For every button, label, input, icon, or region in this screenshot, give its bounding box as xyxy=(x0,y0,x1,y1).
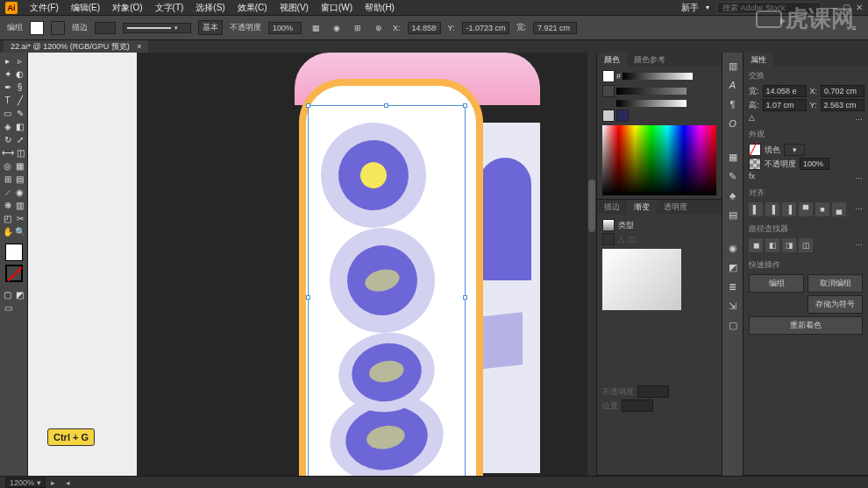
align-left[interactable]: ▌ xyxy=(749,202,763,216)
tab-close-icon[interactable]: × xyxy=(137,42,141,51)
document-tab[interactable]: 22.ai* @ 1200% (RGB/GPU 预览) × xyxy=(4,40,148,53)
ungroup-button[interactable]: 取消编组 xyxy=(808,274,863,293)
recolor-button[interactable]: 重新着色 xyxy=(749,316,863,335)
prop-y-input[interactable] xyxy=(821,99,864,111)
save-symbol-button[interactable]: 存储为符号 xyxy=(808,295,863,314)
asset-export-icon[interactable]: ⇲ xyxy=(725,298,741,314)
scale-tool[interactable]: ⤢ xyxy=(14,133,25,145)
pathfinder-unite[interactable]: ◼ xyxy=(749,238,763,252)
panel-menu-icon[interactable]: ≡ xyxy=(847,21,861,35)
pathfinder-exclude[interactable]: ◫ xyxy=(799,238,813,252)
pathfinder-intersect[interactable]: ◨ xyxy=(782,238,796,252)
width-tool[interactable]: ⟷ xyxy=(2,146,14,159)
prop-opacity-swatch[interactable] xyxy=(749,158,761,170)
gradient-editor[interactable] xyxy=(602,249,681,310)
menu-view[interactable]: 视图(V) xyxy=(280,2,309,14)
menu-window[interactable]: 窗口(W) xyxy=(321,2,352,14)
gradient-tool[interactable]: ▤ xyxy=(14,173,25,185)
search-stock-input[interactable] xyxy=(716,2,822,14)
mesh-tool[interactable]: ⊞ xyxy=(2,173,13,185)
crosshair-icon[interactable]: ⊕ xyxy=(372,21,386,35)
align-hcenter[interactable]: ▐ xyxy=(765,202,779,216)
tab-transparency[interactable]: 透明度 xyxy=(657,200,694,215)
shaper-tool[interactable]: ◈ xyxy=(2,120,13,132)
minimize-icon[interactable]: — xyxy=(829,3,837,12)
align-top[interactable]: ▀ xyxy=(799,202,813,216)
menu-file[interactable]: 文件(F) xyxy=(30,2,59,14)
zoom-tool[interactable]: 🔍 xyxy=(14,225,25,237)
draw-mode-behind[interactable]: ◩ xyxy=(14,288,25,301)
align-icon[interactable]: ⊞ xyxy=(351,21,365,35)
hue-slider[interactable] xyxy=(623,73,693,80)
w-input[interactable] xyxy=(533,22,577,34)
fill-swatch[interactable] xyxy=(30,21,44,35)
brushes-icon[interactable]: ✎ xyxy=(725,168,741,184)
links-icon[interactable]: ▦ xyxy=(725,149,741,165)
y-input[interactable] xyxy=(462,22,509,34)
prop-fill-swatch[interactable]: ╱ xyxy=(749,144,761,156)
menu-select[interactable]: 选择(S) xyxy=(196,2,224,14)
graph-tool[interactable]: ▥ xyxy=(14,199,25,211)
screen-mode[interactable]: ▭ xyxy=(2,301,14,314)
opacity-input[interactable] xyxy=(268,22,302,34)
prop-w-input[interactable] xyxy=(763,85,807,97)
close-icon[interactable]: ✕ xyxy=(856,3,863,12)
magic-wand-tool[interactable]: ✦ xyxy=(2,67,13,80)
stroke-color-swatch[interactable] xyxy=(5,265,23,282)
prop-opacity-input[interactable] xyxy=(800,158,829,170)
workspace-label[interactable]: 新手 xyxy=(681,2,699,14)
align-bottom[interactable]: ▄ xyxy=(832,202,846,216)
rotate-tool[interactable]: ↻ xyxy=(2,133,13,145)
fx-icon[interactable]: fx xyxy=(749,172,755,180)
maximize-icon[interactable]: ▢ xyxy=(843,3,850,12)
color-stroke-swatch[interactable] xyxy=(602,85,615,97)
x-input[interactable] xyxy=(408,22,441,34)
gradient-preview[interactable] xyxy=(602,219,615,231)
prop-x-input[interactable] xyxy=(821,85,864,97)
align-right[interactable]: ▐ xyxy=(782,202,796,216)
menu-object[interactable]: 对象(O) xyxy=(112,2,142,14)
type-tool[interactable]: T xyxy=(2,94,13,106)
gradient-stroke-swatch[interactable] xyxy=(602,233,615,245)
prop-h-input[interactable] xyxy=(763,99,807,111)
last-color-swatch[interactable] xyxy=(616,110,629,122)
curvature-tool[interactable]: § xyxy=(14,81,25,93)
stop-opacity-input[interactable] xyxy=(637,385,669,398)
tab-properties[interactable]: 属性 xyxy=(743,53,773,67)
tab-color[interactable]: 颜色 xyxy=(597,53,627,67)
libraries-icon[interactable]: ▥ xyxy=(725,58,741,74)
blend-tool[interactable]: ◉ xyxy=(14,186,25,198)
menu-type[interactable]: 文字(T) xyxy=(155,2,184,14)
tab-stroke[interactable]: 描边 xyxy=(597,200,627,215)
color-fill-swatch[interactable] xyxy=(602,70,615,82)
group-button[interactable]: 编组 xyxy=(749,274,804,293)
slice-tool[interactable]: ✂ xyxy=(14,212,25,224)
style-dropdown[interactable]: 基本 xyxy=(198,20,223,35)
sat-slider[interactable] xyxy=(616,88,687,95)
shape-builder-tool[interactable]: ◎ xyxy=(2,159,13,172)
menu-help[interactable]: 帮助(H) xyxy=(365,2,395,14)
tab-gradient[interactable]: 渐变 xyxy=(627,200,657,215)
selection-tool[interactable]: ▸ xyxy=(2,54,13,67)
pathfinder-minus[interactable]: ◧ xyxy=(765,238,779,252)
align-vcenter[interactable]: ■ xyxy=(815,202,829,216)
line-tool[interactable]: ╱ xyxy=(14,94,25,106)
none-swatch[interactable] xyxy=(602,110,615,122)
symbol-sprayer-tool[interactable]: ❋ xyxy=(2,199,13,211)
paintbrush-tool[interactable]: ✎ xyxy=(14,107,25,119)
canvas[interactable] xyxy=(28,53,596,476)
vertical-scrollbar[interactable] xyxy=(587,53,596,476)
free-transform-tool[interactable]: ◫ xyxy=(15,146,25,159)
stroke-profile-dropdown[interactable]: ▾ xyxy=(123,23,191,33)
prop-fill-dropdown[interactable]: ▾ xyxy=(784,144,805,156)
tab-color-guide[interactable]: 颜色参考 xyxy=(627,53,672,67)
perspective-tool[interactable]: ▦ xyxy=(14,159,25,172)
recolor-icon[interactable]: ◉ xyxy=(330,21,344,35)
eraser-tool[interactable]: ◧ xyxy=(14,120,25,132)
color-spectrum[interactable] xyxy=(602,125,716,195)
graphic-style-icon[interactable]: ▦ xyxy=(309,21,323,35)
artboard-tool[interactable]: ◰ xyxy=(2,212,13,224)
pen-tool[interactable]: ✒ xyxy=(2,81,13,93)
paragraph-icon[interactable]: ¶ xyxy=(725,96,741,112)
menu-effect[interactable]: 效果(C) xyxy=(238,2,267,14)
